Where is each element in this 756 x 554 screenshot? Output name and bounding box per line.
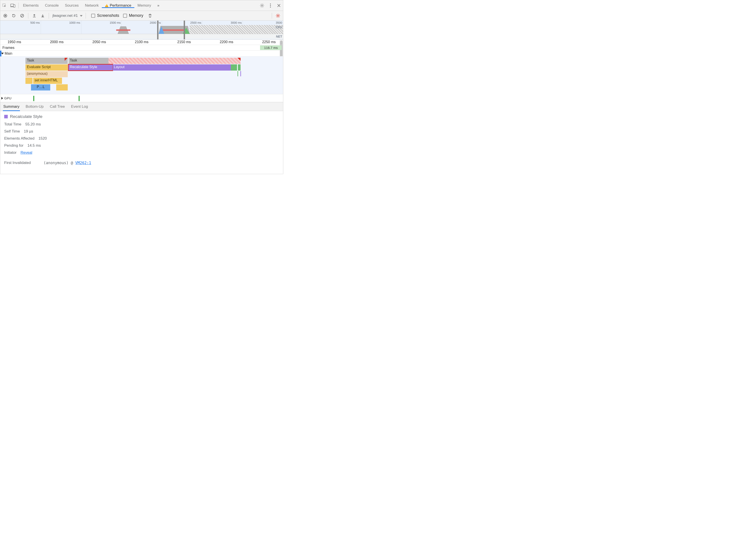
flame-task[interactable]: Task [69,58,108,64]
flame-parse[interactable]: P…L [31,84,50,91]
subtab-event-log[interactable]: Event Log [71,102,88,111]
v-elements-affected: 1520 [39,136,47,141]
flame-chart[interactable]: Task Task Evaluate Script Recalculate St… [0,56,283,94]
divider [272,13,272,18]
long-task-marker-icon [237,58,240,61]
disclosure-triangle-icon [1,97,3,100]
flame-stub[interactable] [56,84,68,91]
flame-task[interactable]: Task [25,58,67,64]
gpu-bar[interactable] [33,96,34,101]
download-profile-icon[interactable] [39,12,47,19]
settings-icon[interactable] [258,0,266,11]
tab-network[interactable]: Network [82,3,102,8]
callsite-fn: (anonymous) [44,161,69,165]
flame-tiny-bar[interactable] [237,71,238,76]
inspect-element-icon[interactable] [0,0,9,11]
checkbox-box [91,14,95,18]
gpu-bar[interactable] [78,96,80,101]
tab-memory[interactable]: Memory [134,3,154,8]
svg-point-8 [5,15,6,16]
flame-recalc-style[interactable]: Recalculate Style [69,64,113,70]
svg-point-6 [270,7,271,7]
category-swatch [4,115,8,118]
track-frames[interactable]: Frames 116.7 ms [0,45,283,51]
detail-ruler[interactable]: 1950 ms 2000 ms 2050 ms 2100 ms 2150 ms … [0,40,283,45]
screenshots-checkbox[interactable]: Screenshots [91,13,119,18]
long-task-marker-icon [65,58,68,61]
subtab-bottom-up[interactable]: Bottom-Up [26,102,44,111]
kebab-menu-icon[interactable] [266,0,275,11]
track-gpu[interactable]: GPU [0,94,283,102]
ov-tick: 1500 ms [110,21,121,24]
device-toolbar-icon[interactable] [9,0,17,11]
r2-tick: 2050 ms [93,40,106,44]
disclosure-triangle-icon [1,53,4,54]
divider [49,13,49,18]
k-pending-for: Pending for [4,144,23,148]
close-icon[interactable] [275,0,283,11]
capture-settings-icon[interactable] [274,12,282,19]
callsite-location-link[interactable]: VM262:1 [75,161,91,165]
flame-anonymous[interactable]: (anonymous) [25,71,67,77]
r2-tick: 1950 ms [7,40,21,44]
memory-checkbox[interactable]: Memory [123,13,143,18]
divider [86,13,86,18]
reload-record-button[interactable] [10,12,17,19]
v-self-time: 19 µs [24,129,33,133]
ov-tick: 1000 ms [69,21,81,24]
timeline-detail: 1950 ms 2000 ms 2050 ms 2100 ms 2150 ms … [0,40,283,102]
k-total-time: Total Time [4,122,21,126]
flame-paint[interactable] [231,64,237,70]
frame-duration-chip[interactable]: 116.7 ms [260,45,282,50]
flame-evaluate-script[interactable]: Evaluate Script [25,64,67,70]
subtab-call-tree[interactable]: Call Tree [50,102,65,111]
clear-button[interactable] [18,12,26,19]
summary-title-row: Recalculate Style [4,114,279,119]
details-subtabs: Summary Bottom-Up Call Tree Event Log [0,102,283,111]
main-track-label: Main [5,52,12,56]
k-first-invalidated: First Invalidated [4,161,31,165]
r2-tick: 2100 ms [135,40,148,44]
tab-sources[interactable]: Sources [62,3,82,8]
r2-tick: 2000 ms [50,40,63,44]
flame-stub[interactable] [25,78,32,84]
recording-selector[interactable]: jlwagner.net #1 [51,13,84,18]
upload-profile-icon[interactable] [31,12,38,19]
flame-tiny-bar[interactable] [240,71,241,76]
timeline-overview[interactable]: 500 ms 1000 ms 1500 ms 2000 ms 2500 ms 3… [0,20,283,40]
initiator-reveal-link[interactable]: Reveal [20,151,32,155]
callsite-at: @ [71,161,73,165]
panel-tabs: Elements Console Sources Network Perform… [20,3,258,8]
summary-pane: Recalculate Style Total Time55.20 ms Sel… [0,111,283,174]
track-main-header[interactable]: Main [0,51,283,56]
tab-console[interactable]: Console [42,3,62,8]
gpu-label: GPU [4,96,24,100]
gc-button[interactable] [146,12,154,19]
v-pending-for: 14.5 ms [28,144,41,148]
tab-elements[interactable]: Elements [20,3,42,8]
svg-rect-2 [13,5,15,7]
tab-performance[interactable]: Performance [102,3,134,8]
r2-tick: 2200 ms [220,40,233,44]
flame-layout[interactable]: Layout [113,64,231,70]
flame-set-innerhtml[interactable]: set innerHTML [33,78,62,84]
overview-net-track [0,34,283,39]
overview-selection-handle[interactable] [157,20,185,39]
record-button[interactable] [2,12,9,19]
flame-long-task[interactable] [108,58,240,64]
tab-performance-label: Performance [110,3,131,8]
overview-net-label: NET [276,35,282,38]
ov-tick: 3000 ms [231,21,242,24]
overview-ruler: 500 ms 1000 ms 1500 ms 2000 ms 2500 ms 3… [0,20,283,24]
tabs-overflow[interactable]: » [154,3,162,8]
panel-tabbar: Elements Console Sources Network Perform… [0,0,283,11]
ov-tick: 3500 [276,21,283,24]
subtab-summary[interactable]: Summary [3,102,19,111]
chevron-down-icon [80,15,83,16]
svg-rect-1 [11,4,14,6]
svg-point-4 [270,4,271,4]
devtools-window: Elements Console Sources Network Perform… [0,0,283,174]
k-initiator: Initiator [4,151,16,155]
ov-tick: 500 ms [30,21,41,24]
flame-paint[interactable] [238,64,240,70]
